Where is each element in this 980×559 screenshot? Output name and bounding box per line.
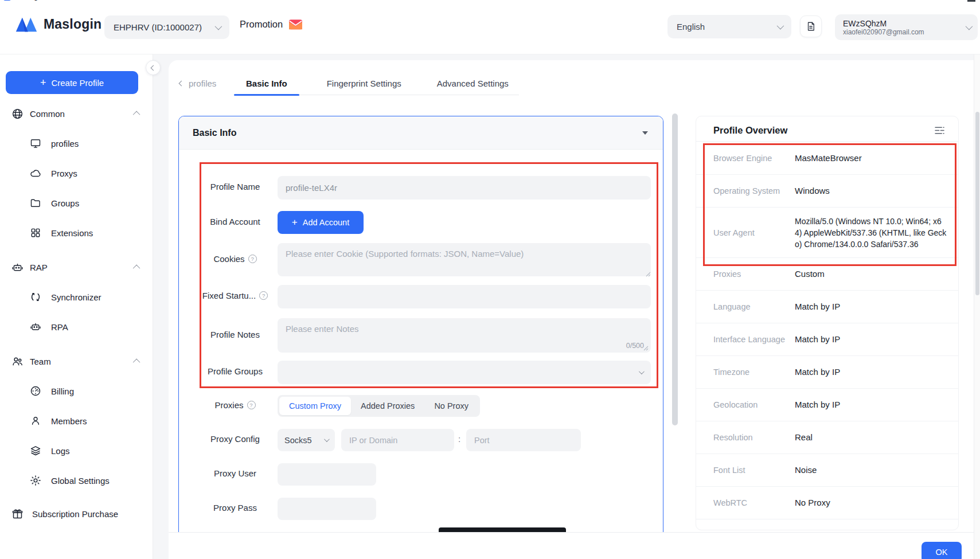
selected-value: Socks5 bbox=[284, 436, 312, 445]
breadcrumb-label: profiles bbox=[189, 79, 216, 88]
sidebar-section-common[interactable]: Common bbox=[0, 99, 153, 128]
profile-name-label: Profile Name bbox=[193, 182, 278, 191]
team-icon bbox=[11, 355, 24, 368]
proxy-user-input[interactable] bbox=[278, 463, 376, 486]
promotion-mail-icon bbox=[288, 18, 303, 31]
profile-groups-select[interactable] bbox=[278, 361, 651, 384]
item-label: Global Settings bbox=[51, 476, 110, 486]
basic-info-panel: Basic Info Profile Name Bind Account + A… bbox=[178, 116, 663, 540]
item-label: Logs bbox=[51, 446, 70, 456]
sidebar-item-global-settings[interactable]: Global Settings bbox=[0, 466, 153, 495]
sidebar-item-extensions[interactable]: Extensions bbox=[0, 218, 153, 248]
docs-button[interactable] bbox=[800, 15, 822, 37]
help-icon[interactable]: ? bbox=[247, 401, 256, 409]
promotion-label: Promotion bbox=[240, 19, 283, 30]
profile-notes-wrap: 0/500 bbox=[278, 318, 651, 353]
overview-row-resolution: Resolution Real bbox=[696, 421, 958, 454]
user-email: xiaofei020907@gmail.com bbox=[843, 28, 924, 36]
list-settings-icon[interactable] bbox=[935, 126, 944, 135]
profile-overview-panel: Profile Overview Browser Engine MasMateB… bbox=[696, 116, 959, 530]
segment-label: No Proxy bbox=[434, 401, 468, 411]
segment-custom-proxy[interactable]: Custom Proxy bbox=[279, 397, 351, 415]
chevron-left-icon bbox=[179, 80, 185, 86]
sidebar-section-rap[interactable]: RAP bbox=[0, 252, 153, 282]
overview-row-webrtc: WebRTC No Proxy bbox=[696, 487, 958, 519]
chevron-up-icon bbox=[133, 358, 140, 366]
proxy-port-input[interactable] bbox=[466, 429, 581, 451]
chevron-down-icon bbox=[215, 23, 222, 30]
promotion-link[interactable]: Promotion bbox=[240, 18, 303, 31]
item-label: Subscription Purchase bbox=[32, 509, 118, 519]
resize-handle-icon[interactable] bbox=[643, 346, 649, 351]
proxy-protocol-select[interactable]: Socks5 bbox=[278, 429, 335, 451]
sidebar-section-team[interactable]: Team bbox=[0, 346, 153, 376]
sidebar-item-subscription-purchase[interactable]: Subscription Purchase bbox=[0, 499, 153, 529]
window-control-artifact bbox=[967, 0, 975, 2]
proxies-label: Proxies ? bbox=[193, 400, 278, 410]
proxies-segmented-control: Custom Proxy Added Proxies No Proxy bbox=[278, 395, 480, 417]
proxy-pass-input[interactable] bbox=[278, 498, 376, 520]
add-account-button[interactable]: + Add Account bbox=[278, 211, 364, 234]
grid-icon bbox=[30, 227, 41, 239]
profile-name-input[interactable] bbox=[278, 176, 651, 200]
tab-advanced-settings[interactable]: Advanced Settings bbox=[429, 71, 517, 95]
profile-notes-textarea[interactable] bbox=[278, 318, 651, 353]
chevron-left-icon bbox=[150, 65, 156, 71]
workspace-selector[interactable]: EHPHRV (ID:1000027) bbox=[104, 15, 229, 39]
account-menu[interactable]: EWzSQhzM xiaofei020907@gmail.com bbox=[835, 14, 978, 40]
segment-no-proxy[interactable]: No Proxy bbox=[424, 397, 478, 415]
tab-label: Basic Info bbox=[246, 79, 287, 88]
segment-added-proxies[interactable]: Added Proxies bbox=[351, 397, 424, 415]
help-icon[interactable]: ? bbox=[248, 255, 257, 263]
tab-title: Maslogin bbox=[14, 0, 44, 1]
resize-handle-icon[interactable] bbox=[646, 272, 661, 538]
sidebar-item-synchronizer[interactable]: Synchronizer bbox=[0, 282, 153, 312]
item-label: Synchronizer bbox=[51, 292, 101, 302]
overview-row-interface-language: Interface Language Match by IP bbox=[696, 323, 958, 356]
robot-icon bbox=[30, 321, 41, 333]
sidebar-item-billing[interactable]: Billing bbox=[0, 376, 153, 406]
help-icon[interactable]: ? bbox=[259, 291, 268, 300]
chevron-up-icon bbox=[133, 111, 140, 118]
sidebar-item-members[interactable]: Members bbox=[0, 406, 153, 436]
section-label: Common bbox=[30, 109, 65, 119]
chevron-up-icon bbox=[133, 264, 140, 272]
proxy-pass-label: Proxy Pass bbox=[193, 503, 278, 513]
sidebar-item-rpa[interactable]: RPA bbox=[0, 312, 153, 342]
user-name: EWzSQhzM bbox=[843, 19, 924, 28]
app-logo: Maslogin bbox=[15, 16, 101, 33]
segment-label: Added Proxies bbox=[361, 401, 415, 411]
sidebar-item-groups[interactable]: Groups bbox=[0, 188, 153, 218]
fixed-startup-input[interactable] bbox=[278, 285, 651, 308]
section-label: Team bbox=[30, 357, 51, 366]
globe-icon bbox=[11, 108, 24, 120]
item-label: RPA bbox=[51, 322, 68, 332]
create-profile-button[interactable]: + Create Profile bbox=[6, 71, 138, 94]
person-icon bbox=[30, 415, 41, 427]
breadcrumb-back[interactable]: profiles bbox=[179, 71, 216, 95]
sidebar-item-profiles[interactable]: profiles bbox=[0, 128, 153, 158]
sidebar-item-logs[interactable]: Logs bbox=[0, 436, 153, 466]
document-icon bbox=[806, 21, 816, 32]
language-selector[interactable]: English bbox=[667, 15, 791, 38]
ok-button[interactable]: OK bbox=[922, 542, 962, 559]
tab-fingerprint-settings[interactable]: Fingerprint Settings bbox=[319, 71, 409, 95]
profile-overview-header: Profile Overview bbox=[696, 116, 958, 142]
bind-account-label: Bind Account bbox=[193, 217, 278, 226]
tabstrip: Basic Info Fingerprint Settings Advanced… bbox=[234, 71, 519, 95]
create-profile-label: Create Profile bbox=[51, 78, 104, 88]
page-scrollbar-thumb[interactable] bbox=[975, 112, 979, 295]
tab-basic-info[interactable]: Basic Info bbox=[234, 71, 299, 95]
vertical-scrollbar-thumb[interactable] bbox=[672, 114, 678, 425]
proxy-host-input[interactable] bbox=[341, 429, 454, 451]
sidebar-item-proxys[interactable]: Proxys bbox=[0, 158, 153, 188]
sidebar: + Create Profile Common profile bbox=[0, 54, 153, 559]
basic-info-panel-header[interactable]: Basic Info bbox=[179, 116, 663, 150]
cookies-textarea[interactable] bbox=[278, 243, 651, 276]
overview-row-user-agent: User Agent Mozilla/5.0 (Windows NT 10.0;… bbox=[696, 208, 958, 258]
folder-icon bbox=[30, 197, 41, 209]
item-label: Billing bbox=[51, 386, 74, 396]
profile-notes-label: Profile Notes bbox=[193, 330, 278, 339]
sidebar-collapse-button[interactable] bbox=[146, 60, 161, 75]
overview-row-proxies: Proxies Custom bbox=[696, 258, 958, 291]
